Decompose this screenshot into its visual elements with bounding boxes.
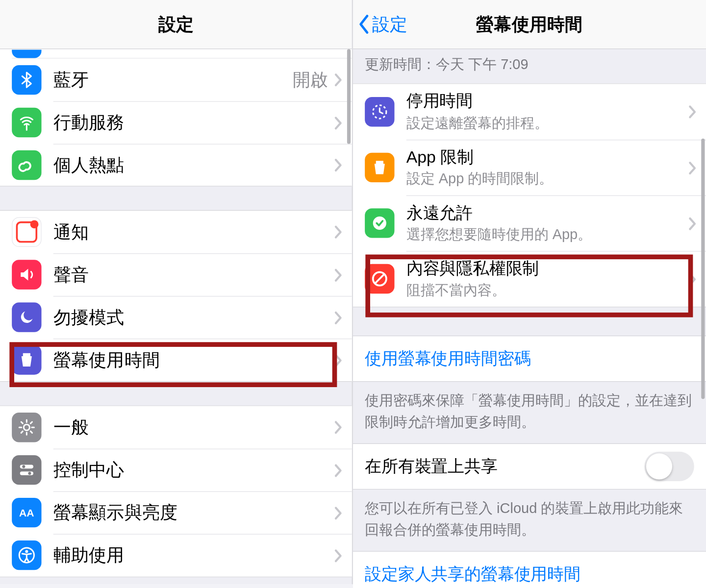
row-partial[interactable]	[12, 49, 352, 58]
chevron-right-icon	[334, 506, 342, 520]
generic-icon	[12, 49, 41, 58]
updated-text: 更新時間：今天 下午 7:09	[353, 49, 706, 83]
applimits-icon	[365, 153, 394, 182]
svg-rect-3	[20, 471, 33, 475]
back-label: 設定	[372, 12, 407, 37]
chevron-right-icon	[334, 420, 342, 435]
footer-passcode: 使用密碼來保障「螢幕使用時間」的設定，並在達到限制時允許增加更多時間。	[353, 382, 706, 443]
title-applimits: App 限制	[406, 147, 688, 167]
label-controlcenter: 控制中心	[53, 458, 334, 483]
content-icon	[365, 264, 394, 294]
label-bluetooth: 藍牙	[53, 68, 293, 92]
row-controlcenter[interactable]: 控制中心	[0, 449, 352, 491]
settings-pane: 設定 藍牙 開啟 行動服務	[0, 0, 353, 584]
label-accessibility: 輔助使用	[53, 543, 334, 568]
title-alwaysallowed: 永遠允許	[406, 203, 688, 223]
chevron-right-icon	[334, 116, 342, 130]
hotspot-icon	[12, 150, 41, 179]
chevron-right-icon	[688, 161, 697, 175]
scroll-indicator[interactable]	[701, 139, 705, 399]
row-bluetooth[interactable]: 藍牙 開啟	[0, 59, 352, 101]
link-family[interactable]: 設定家人共享的螢幕使用時間	[353, 552, 706, 588]
general-icon	[12, 413, 41, 442]
row-cellular[interactable]: 行動服務	[0, 101, 352, 144]
settings-header: 設定	[0, 0, 352, 49]
label-dnd: 勿擾模式	[53, 305, 334, 330]
chevron-right-icon	[334, 158, 342, 172]
chevron-right-icon	[334, 463, 342, 477]
group-general: 一般 控制中心 AA 螢幕顯示與亮度	[0, 405, 352, 577]
row-hotspot[interactable]: 個人熱點	[0, 144, 352, 187]
sub-content: 阻擋不當內容。	[406, 281, 688, 300]
group-notifications: 通知 聲音 勿擾模式	[0, 210, 352, 382]
row-content-privacy[interactable]: 內容與隱私權限制 阻擋不當內容。	[353, 251, 706, 307]
svg-point-5	[28, 472, 31, 475]
label-general: 一般	[53, 415, 334, 440]
row-applimits[interactable]: App 限制 設定 App 的時間限制。	[353, 140, 706, 196]
detail-bluetooth: 開啟	[293, 68, 328, 92]
chevron-right-icon	[334, 311, 342, 325]
svg-point-4	[22, 465, 25, 468]
chevron-right-icon	[334, 73, 342, 87]
svg-point-1	[24, 424, 29, 430]
row-dnd[interactable]: 勿擾模式	[0, 296, 352, 339]
sub-downtime: 設定遠離螢幕的排程。	[406, 114, 688, 133]
controlcenter-icon	[12, 455, 41, 485]
link-passcode[interactable]: 使用螢幕使用時間密碼	[353, 336, 706, 381]
chevron-right-icon	[688, 105, 697, 119]
svg-line-12	[375, 274, 384, 283]
chevron-right-icon	[334, 225, 342, 239]
scroll-indicator[interactable]	[347, 49, 351, 144]
row-general[interactable]: 一般	[0, 406, 352, 449]
display-icon: AA	[12, 498, 41, 527]
chevron-right-icon	[688, 272, 697, 286]
label-share: 在所有裝置上共享	[365, 455, 498, 478]
screentime-icon	[12, 345, 41, 374]
svg-rect-2	[20, 465, 33, 469]
sound-icon	[12, 260, 41, 289]
row-screentime[interactable]: 螢幕使用時間	[0, 339, 352, 381]
label-screentime: 螢幕使用時間	[53, 348, 334, 372]
downtime-icon	[365, 97, 394, 126]
label-sound: 聲音	[53, 263, 334, 287]
label-notifications: 通知	[53, 220, 334, 245]
bluetooth-icon	[12, 65, 41, 95]
row-accessibility[interactable]: 輔助使用	[0, 534, 352, 577]
accessibility-icon	[12, 540, 41, 570]
row-downtime[interactable]: 停用時間 設定遠離螢幕的排程。	[353, 84, 706, 140]
row-sound[interactable]: 聲音	[0, 253, 352, 296]
back-button[interactable]: 設定	[358, 0, 407, 49]
row-notifications[interactable]: 通知	[0, 211, 352, 253]
sub-applimits: 設定 App 的時間限制。	[406, 170, 688, 189]
screentime-title: 螢幕使用時間	[476, 12, 582, 37]
screentime-header: 設定 螢幕使用時間	[353, 0, 706, 49]
sub-alwaysallowed: 選擇您想要隨時使用的 App。	[406, 225, 688, 244]
row-display[interactable]: AA 螢幕顯示與亮度	[0, 491, 352, 534]
cellular-icon	[12, 108, 41, 137]
notifications-icon	[12, 217, 41, 246]
label-display: 螢幕顯示與亮度	[53, 501, 334, 525]
label-hotspot: 個人熱點	[53, 153, 334, 177]
chevron-right-icon	[334, 353, 342, 368]
title-content: 內容與隱私權限制	[406, 259, 688, 279]
row-share[interactable]: 在所有裝置上共享	[353, 444, 706, 489]
svg-text:AA: AA	[19, 507, 34, 518]
chevron-right-icon	[334, 548, 342, 563]
screentime-group: 停用時間 設定遠離螢幕的排程。 App 限制 設定 App 的時間限制。	[353, 83, 706, 307]
link-family-label: 設定家人共享的螢幕使用時間	[365, 563, 580, 586]
title-downtime: 停用時間	[406, 91, 688, 111]
settings-title: 設定	[158, 12, 194, 37]
chevron-right-icon	[688, 217, 697, 231]
svg-point-8	[25, 550, 28, 553]
label-cellular: 行動服務	[53, 111, 334, 135]
switch-share[interactable]	[644, 452, 694, 481]
link-passcode-label: 使用螢幕使用時間密碼	[365, 347, 530, 370]
chevron-left-icon	[358, 14, 371, 35]
alwaysallowed-icon	[365, 208, 394, 238]
chevron-right-icon	[334, 268, 342, 282]
dnd-icon	[12, 302, 41, 332]
screentime-pane: 設定 螢幕使用時間 更新時間：今天 下午 7:09 停用時間 設定遠離螢幕的排程…	[353, 0, 706, 584]
footer-share: 您可以在所有已登入 iCloud 的裝置上啟用此功能來回報合併的螢幕使用時間。	[353, 490, 706, 551]
row-alwaysallowed[interactable]: 永遠允許 選擇您想要隨時使用的 App。	[353, 196, 706, 251]
